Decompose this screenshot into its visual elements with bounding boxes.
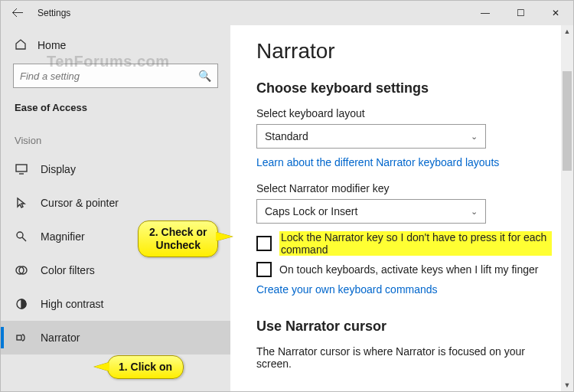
- sidebar-item-label: Color filters: [41, 264, 95, 276]
- touch-keyboard-checkbox[interactable]: [256, 262, 272, 277]
- touch-keyboard-row[interactable]: On touch keyboards, activate keys when I…: [256, 262, 552, 277]
- search-icon: 🔍: [198, 70, 211, 82]
- home-label: Home: [38, 39, 66, 51]
- keyboard-layout-dropdown[interactable]: Standard ⌄: [256, 124, 486, 149]
- sidebar-item-label: High contrast: [41, 298, 103, 310]
- callout-text: 2. Check or: [149, 226, 207, 238]
- annotation-callout-2: 2. Check or Uncheck: [138, 220, 218, 257]
- annotation-callout-1: 1. Click on: [107, 355, 184, 379]
- sidebar-item-high-contrast[interactable]: High contrast: [1, 287, 230, 321]
- modifier-key-label: Select Narrator modifier key: [256, 182, 552, 194]
- svg-point-2: [17, 232, 23, 238]
- titlebar: 🡠 Settings — ☐ ✕: [1, 1, 573, 25]
- close-button[interactable]: ✕: [538, 1, 573, 25]
- home-nav[interactable]: Home: [1, 31, 230, 59]
- chevron-down-icon: ⌄: [471, 132, 478, 142]
- modifier-key-dropdown[interactable]: Caps Lock or Insert ⌄: [256, 199, 486, 224]
- group-vision: Vision: [1, 124, 230, 152]
- svg-rect-7: [17, 335, 21, 340]
- svg-line-3: [22, 237, 26, 241]
- sidebar-item-narrator[interactable]: Narrator: [1, 321, 230, 354]
- scroll-up-icon[interactable]: ▲: [561, 25, 573, 38]
- maximize-button[interactable]: ☐: [503, 1, 538, 25]
- sidebar-item-label: Cursor & pointer: [41, 197, 119, 209]
- page-title: Narrator: [256, 39, 552, 64]
- section-cursor-heading: Use Narrator cursor: [256, 318, 552, 335]
- scroll-down-icon[interactable]: ▼: [561, 379, 573, 391]
- scroll-thumb[interactable]: [563, 71, 572, 171]
- lock-narrator-key-row[interactable]: Lock the Narrator key so I don't have to…: [256, 231, 552, 256]
- category-heading: Ease of Access: [1, 97, 230, 124]
- sidebar-item-label: Display: [41, 163, 76, 175]
- callout-text: 1. Click on: [119, 361, 172, 373]
- narrator-icon: [15, 332, 28, 344]
- learn-layouts-link[interactable]: Learn about the different Narrator keybo…: [256, 156, 552, 168]
- window-title: Settings: [34, 8, 70, 18]
- callout-text: Uncheck: [156, 239, 201, 251]
- keyboard-layout-label: Select keyboard layout: [256, 107, 552, 119]
- section-keyboard-heading: Choose keyboard settings: [256, 80, 552, 96]
- display-icon: [15, 163, 28, 175]
- main-content: Narrator Choose keyboard settings Select…: [230, 25, 573, 391]
- high-contrast-icon: [15, 298, 28, 310]
- dropdown-value: Caps Lock or Insert: [265, 205, 357, 217]
- search-box[interactable]: 🔍: [13, 64, 218, 88]
- magnifier-icon: [15, 230, 28, 243]
- dropdown-value: Standard: [265, 130, 308, 142]
- cursor-body-text: The Narrator cursor is where Narrator is…: [256, 345, 552, 370]
- color-filters-icon: [15, 264, 28, 276]
- sidebar-item-label: Magnifier: [41, 230, 85, 243]
- minimize-button[interactable]: —: [468, 1, 503, 25]
- lock-narrator-key-checkbox[interactable]: [256, 236, 272, 251]
- create-commands-link[interactable]: Create your own keyboard commands: [256, 283, 552, 296]
- sidebar-item-color-filters[interactable]: Color filters: [1, 253, 230, 287]
- svg-rect-0: [16, 165, 27, 172]
- sidebar-item-cursor[interactable]: Cursor & pointer: [1, 186, 230, 220]
- cursor-icon: [15, 197, 28, 209]
- lock-narrator-key-label: Lock the Narrator key so I don't have to…: [279, 231, 552, 256]
- back-button[interactable]: 🡠: [1, 6, 34, 20]
- sidebar-item-label: Narrator: [41, 332, 80, 344]
- search-input[interactable]: [20, 70, 198, 82]
- chevron-down-icon: ⌄: [471, 207, 478, 217]
- vertical-scrollbar[interactable]: ▲ ▼: [561, 25, 573, 391]
- home-icon: [15, 38, 27, 53]
- touch-keyboard-label: On touch keyboards, activate keys when I…: [279, 263, 539, 276]
- sidebar-item-display[interactable]: Display: [1, 152, 230, 186]
- sidebar: TenForums.com Home 🔍 Ease of Access Visi…: [1, 25, 230, 391]
- settings-window: 🡠 Settings — ☐ ✕ TenForums.com Home 🔍 Ea…: [0, 0, 574, 392]
